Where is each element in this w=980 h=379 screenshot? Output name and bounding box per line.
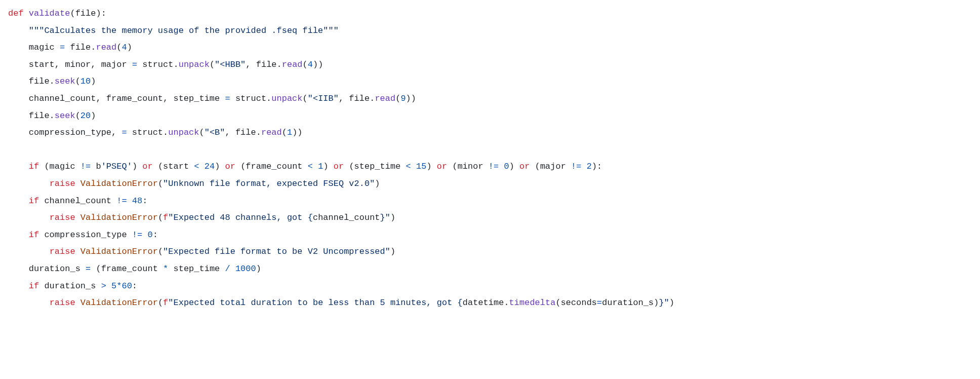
int-24: 24 xyxy=(205,162,215,171)
text: ) xyxy=(426,162,436,171)
paren-close: ) xyxy=(127,43,132,52)
call-unpack: unpack xyxy=(179,60,210,69)
text: ) xyxy=(215,162,225,171)
paren-open: ( xyxy=(395,94,400,103)
keyword-or: or xyxy=(334,162,344,171)
int-60: 60 xyxy=(121,281,132,291)
code-block: def validate(file): """Calculates the me… xyxy=(0,0,980,317)
paren-close: ) xyxy=(91,111,96,121)
int-0: 0 xyxy=(504,162,509,171)
call-read: read xyxy=(96,43,116,52)
paren-open: ( xyxy=(158,247,163,256)
lhs: duration_s xyxy=(29,264,80,274)
paren-close: )) xyxy=(292,128,302,137)
text: (frame_count xyxy=(235,162,308,171)
paren-open: ( xyxy=(303,94,308,103)
string: "Unknown file format, expected FSEQ v2.0… xyxy=(163,179,375,188)
op-ne: != xyxy=(80,162,91,171)
lhs: start, minor, major xyxy=(29,60,127,69)
colon: : xyxy=(142,196,147,206)
paren-close: ) xyxy=(256,264,261,274)
space xyxy=(411,162,416,171)
paren-open: ( xyxy=(282,128,287,137)
exception-class: ValidationError xyxy=(80,247,158,256)
paren-open: ( xyxy=(116,43,121,52)
lhs: magic xyxy=(29,43,55,52)
string: "Expected file format to be V2 Uncompres… xyxy=(163,247,390,256)
brace-close: } xyxy=(380,213,385,222)
text: (start xyxy=(153,162,194,171)
colon: : xyxy=(153,230,158,240)
keyword-or: or xyxy=(519,162,529,171)
colon: : xyxy=(132,281,137,291)
fmt: "<IIB" xyxy=(308,94,339,103)
fstring-part: "Expected 48 channels, got xyxy=(168,213,307,222)
text: (major xyxy=(529,162,571,171)
keyword-raise: raise xyxy=(50,247,75,256)
params: (file): xyxy=(70,9,106,18)
lhs: compression_type, xyxy=(29,128,116,137)
comma: , file. xyxy=(339,94,375,103)
paren-close: )) xyxy=(406,94,416,103)
int-9: 9 xyxy=(400,94,405,103)
call-read: read xyxy=(261,128,282,137)
int-1: 1 xyxy=(318,162,323,171)
paren-close: ) xyxy=(654,298,659,308)
obj: file. xyxy=(29,77,55,86)
paren-open: ( xyxy=(158,179,163,188)
fmt: "<HBB" xyxy=(215,60,246,69)
text: ) xyxy=(323,162,333,171)
op-gt: > xyxy=(101,281,106,291)
text: duration_s xyxy=(39,281,101,291)
mod: struct. xyxy=(142,60,178,69)
text: ) xyxy=(132,162,142,171)
paren-close: ) xyxy=(91,77,96,86)
int-20: 20 xyxy=(80,111,91,121)
op-ne: != xyxy=(116,196,127,206)
text: (step_time xyxy=(344,162,405,171)
paren-open: ( xyxy=(158,213,163,222)
call-unpack: unpack xyxy=(271,94,302,103)
keyword-if: if xyxy=(29,196,39,206)
int-1: 1 xyxy=(287,128,292,137)
keyword-raise: raise xyxy=(50,298,75,308)
op-ne: != xyxy=(132,230,142,240)
assign: = xyxy=(225,94,230,103)
op-ne: != xyxy=(571,162,581,171)
paren-open: ( xyxy=(75,77,80,86)
call-unpack: unpack xyxy=(168,128,199,137)
keyword-raise: raise xyxy=(50,213,75,222)
text: ): xyxy=(592,162,602,171)
space xyxy=(127,196,132,206)
op-ne: != xyxy=(488,162,499,171)
paren-open: ( xyxy=(555,298,560,308)
exception-class: ValidationError xyxy=(80,179,158,188)
call-read: read xyxy=(282,60,303,69)
func-name: validate xyxy=(29,9,70,18)
paren-close: )) xyxy=(313,60,323,69)
paren-close: ) xyxy=(390,213,395,222)
text: (minor xyxy=(447,162,488,171)
mod: struct. xyxy=(235,94,271,103)
int-15: 15 xyxy=(416,162,426,171)
paren-close: ) xyxy=(375,179,380,188)
mod: struct. xyxy=(132,128,168,137)
lhs: channel_count, frame_count, step_time xyxy=(29,94,220,103)
f-prefix: f xyxy=(163,213,168,222)
fstring-part: "Expected total duration to be less than… xyxy=(168,298,457,308)
call-timedelta: timedelta xyxy=(509,298,556,308)
fmt: "<B" xyxy=(205,128,225,137)
int-1000: 1000 xyxy=(235,264,256,274)
space xyxy=(313,162,318,171)
op-mul: * xyxy=(163,264,168,274)
keyword-or: or xyxy=(142,162,152,171)
paren-close: ) xyxy=(390,247,395,256)
obj: file. xyxy=(29,111,55,121)
keyword-or: or xyxy=(225,162,235,171)
assign: = xyxy=(597,298,602,308)
brace-close: } xyxy=(659,298,664,308)
call-read: read xyxy=(375,94,395,103)
interp-mod: datetime. xyxy=(463,298,509,308)
obj: file. xyxy=(70,43,96,52)
op-lt: < xyxy=(406,162,411,171)
